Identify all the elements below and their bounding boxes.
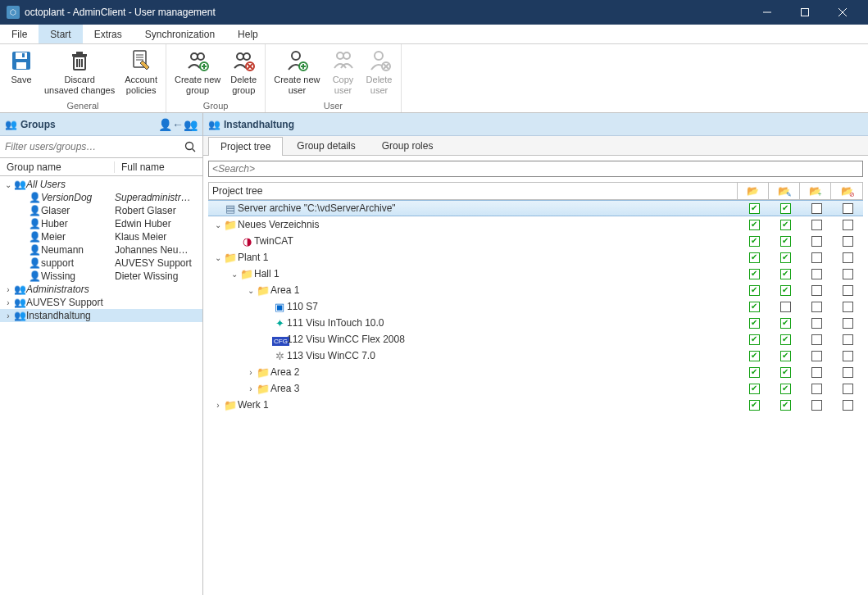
project-tree-row[interactable]: ✦111 Visu InTouch 10.0 bbox=[208, 315, 863, 331]
permission-checkbox-1[interactable] bbox=[780, 318, 791, 329]
tab-group-roles[interactable]: Group roles bbox=[370, 136, 446, 155]
permission-checkbox-0[interactable] bbox=[749, 302, 760, 312]
permission-checkbox-0[interactable] bbox=[749, 252, 760, 263]
permission-checkbox-3[interactable] bbox=[843, 400, 853, 411]
ribbon-discard-button[interactable]: Discard unsaved changes bbox=[39, 46, 120, 97]
permission-checkbox-2[interactable] bbox=[811, 236, 822, 247]
permission-checkbox-1[interactable] bbox=[780, 203, 791, 214]
ribbon-save-button[interactable]: Save bbox=[3, 46, 39, 87]
permission-checkbox-3[interactable] bbox=[843, 220, 853, 230]
project-tree-row[interactable]: ▤Server archive "C:\vdServerArchive" bbox=[208, 200, 863, 216]
permission-checkbox-2[interactable] bbox=[811, 203, 822, 214]
project-tree-row[interactable]: ⌄📁Area 1 bbox=[208, 282, 863, 298]
permission-checkbox-2[interactable] bbox=[811, 384, 822, 394]
group-row[interactable]: ›👥AUVESY Support bbox=[0, 296, 202, 309]
permission-checkbox-1[interactable] bbox=[780, 367, 791, 378]
user-row[interactable]: 👤HuberEdwin Huber bbox=[0, 217, 202, 230]
project-tree-row[interactable]: CFG112 Visu WinCC Flex 2008 bbox=[208, 331, 863, 347]
permission-checkbox-0[interactable] bbox=[749, 351, 760, 361]
expander-icon[interactable]: ⌄ bbox=[213, 220, 223, 229]
close-button[interactable] bbox=[824, 0, 861, 25]
groups-tree[interactable]: ⌄👥All Users👤VersionDogSuperadministr…👤Gl… bbox=[0, 176, 202, 595]
permission-checkbox-2[interactable] bbox=[811, 269, 822, 279]
pt-col-perm-delete[interactable]: 📂⊘ bbox=[831, 183, 862, 199]
project-tree-row[interactable]: ⌄📁Neues Verzeichnis bbox=[208, 216, 863, 233]
permission-checkbox-0[interactable] bbox=[749, 367, 760, 378]
expander-icon[interactable]: › bbox=[246, 384, 256, 393]
group-row[interactable]: ›👥Administrators bbox=[0, 283, 202, 296]
permission-checkbox-0[interactable] bbox=[749, 285, 760, 296]
expander-icon[interactable]: › bbox=[246, 368, 256, 377]
permission-checkbox-1[interactable] bbox=[780, 400, 791, 411]
filter-input[interactable] bbox=[3, 138, 181, 156]
project-tree-row[interactable]: ✲113 Visu WinCC 7.0 bbox=[208, 347, 863, 364]
user-row[interactable]: 👤WissingDieter Wissing bbox=[0, 270, 202, 283]
pt-col-perm-open[interactable]: 📂 bbox=[738, 183, 769, 199]
menu-file[interactable]: File bbox=[0, 25, 39, 43]
project-tree-row[interactable]: ◑TwinCAT bbox=[208, 233, 863, 249]
minimize-button[interactable] bbox=[748, 0, 786, 25]
pt-col-perm-edit[interactable]: 📂✎ bbox=[769, 183, 800, 199]
tab-project-tree[interactable]: Project tree bbox=[208, 137, 283, 156]
expander-icon[interactable]: › bbox=[3, 311, 13, 320]
project-tree-row[interactable]: ⌄📁Plant 1 bbox=[208, 249, 863, 266]
col-group-name[interactable]: Group name bbox=[0, 161, 115, 173]
permission-checkbox-1[interactable] bbox=[780, 334, 791, 345]
expander-icon[interactable]: ⌄ bbox=[3, 180, 13, 189]
permission-checkbox-2[interactable] bbox=[811, 318, 822, 329]
project-tree-row[interactable]: ⌄📁Hall 1 bbox=[208, 266, 863, 282]
permission-checkbox-3[interactable] bbox=[843, 302, 853, 312]
pt-col-perm-add[interactable]: 📂＋ bbox=[800, 183, 831, 199]
permission-checkbox-2[interactable] bbox=[811, 285, 822, 296]
expander-icon[interactable]: ⌄ bbox=[246, 286, 256, 295]
permission-checkbox-3[interactable] bbox=[843, 269, 853, 279]
expander-icon[interactable]: › bbox=[3, 285, 13, 294]
permission-checkbox-3[interactable] bbox=[843, 285, 853, 296]
user-row[interactable]: 👤VersionDogSuperadministr… bbox=[0, 191, 202, 204]
permission-checkbox-0[interactable] bbox=[749, 384, 760, 394]
user-row[interactable]: 👤supportAUVESY Support bbox=[0, 257, 202, 270]
menu-synchronization[interactable]: Synchronization bbox=[134, 25, 226, 43]
project-tree-row[interactable]: ▣110 S7 bbox=[208, 298, 863, 315]
permission-checkbox-3[interactable] bbox=[843, 367, 853, 378]
permission-checkbox-0[interactable] bbox=[749, 269, 760, 279]
permission-checkbox-3[interactable] bbox=[843, 252, 853, 263]
menu-extras[interactable]: Extras bbox=[83, 25, 134, 43]
permission-checkbox-0[interactable] bbox=[749, 400, 760, 411]
expander-icon[interactable]: › bbox=[213, 401, 223, 410]
permission-checkbox-2[interactable] bbox=[811, 400, 822, 411]
col-full-name[interactable]: Full name bbox=[115, 161, 202, 173]
permission-checkbox-2[interactable] bbox=[811, 334, 822, 345]
permission-checkbox-1[interactable] bbox=[780, 269, 791, 279]
permission-checkbox-2[interactable] bbox=[811, 367, 822, 378]
expander-icon[interactable]: ⌄ bbox=[229, 270, 239, 279]
permission-checkbox-1[interactable] bbox=[780, 351, 791, 361]
pt-col-tree[interactable]: Project tree bbox=[209, 183, 738, 199]
permission-checkbox-1[interactable] bbox=[780, 384, 791, 394]
project-search-input[interactable] bbox=[208, 161, 863, 177]
user-row[interactable]: 👤GlaserRobert Glaser bbox=[0, 204, 202, 217]
permission-checkbox-2[interactable] bbox=[811, 252, 822, 263]
permission-checkbox-0[interactable] bbox=[749, 220, 760, 230]
project-tree-row[interactable]: ›📁Area 3 bbox=[208, 380, 863, 397]
user-row[interactable]: 👤MeierKlaus Meier bbox=[0, 230, 202, 243]
group-row[interactable]: ⌄👥All Users bbox=[0, 178, 202, 191]
group-row[interactable]: ›👥Instandhaltung bbox=[0, 309, 202, 322]
permission-checkbox-1[interactable] bbox=[780, 285, 791, 296]
ribbon-policies-button[interactable]: Account policies bbox=[120, 46, 162, 97]
permission-checkbox-1[interactable] bbox=[780, 252, 791, 263]
permission-checkbox-2[interactable] bbox=[811, 351, 822, 361]
permission-checkbox-1[interactable] bbox=[780, 220, 791, 230]
permission-checkbox-1[interactable] bbox=[780, 302, 791, 312]
ribbon-delgroup-button[interactable]: Delete group bbox=[225, 46, 261, 97]
search-icon[interactable] bbox=[181, 141, 199, 152]
project-tree-row[interactable]: ›📁Area 2 bbox=[208, 364, 863, 380]
project-tree-row[interactable]: ›📁Werk 1 bbox=[208, 397, 863, 413]
permission-checkbox-3[interactable] bbox=[843, 334, 853, 345]
expander-icon[interactable]: › bbox=[3, 298, 13, 307]
permission-checkbox-3[interactable] bbox=[843, 384, 853, 394]
menu-start[interactable]: Start bbox=[39, 25, 82, 43]
ribbon-newgroup-button[interactable]: Create new group bbox=[170, 46, 225, 97]
assign-user-icon[interactable]: 👤←👥 bbox=[158, 118, 198, 131]
permission-checkbox-0[interactable] bbox=[749, 334, 760, 345]
